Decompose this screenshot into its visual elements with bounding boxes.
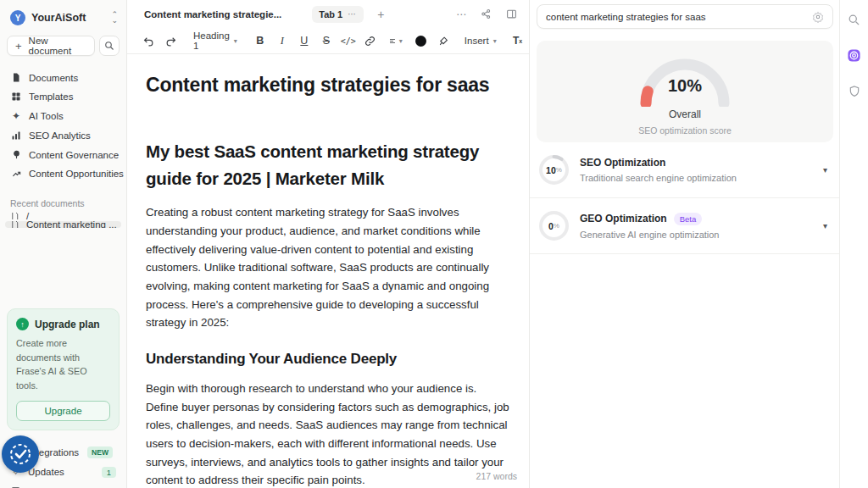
bold-button[interactable]: B (251, 31, 270, 50)
left-sidebar: Y YourAiSoft ⌃⌄ + New document Documents… (0, 0, 127, 488)
geo-optimization-row[interactable]: 0% GEO Optimization Beta Generative AI e… (530, 198, 839, 254)
link-button[interactable] (361, 31, 380, 50)
add-tab-button[interactable]: + (377, 8, 384, 21)
strikethrough-button[interactable]: S (317, 31, 336, 50)
formatting-toolbar: Heading 1▾ B I U S </> ▾ Insert▾ Tx (127, 28, 529, 54)
updates-count-badge: 1 (102, 467, 116, 478)
query-input-wrap (537, 4, 833, 29)
rail-search-icon[interactable] (847, 12, 862, 27)
new-document-label: New document (29, 36, 86, 56)
sidebar-item-help-support[interactable]: Help & Support (5, 482, 121, 488)
optimization-panel: 10% Overall SEO optimization score 10% S… (530, 0, 839, 488)
recent-doc-item-active[interactable]: Content marketing ... (5, 221, 121, 228)
share-icon[interactable] (481, 8, 492, 19)
gauge-value: 10% (634, 76, 736, 96)
document-canvas[interactable]: Content marketing strategies for saas My… (127, 54, 529, 488)
insert-menu[interactable]: Insert▾ (459, 36, 502, 46)
tab-1[interactable]: Tab 1 ⋯ (312, 6, 364, 23)
sidebar-nav: Documents Templates ✦ AI Tools SEO Analy… (0, 64, 126, 186)
query-settings-gear-icon[interactable] (812, 11, 824, 23)
align-button[interactable]: ▾ (387, 31, 405, 50)
highlight-button[interactable] (434, 31, 453, 50)
upgrade-plan-card: ↑ Upgrade plan Create more documents wit… (7, 308, 120, 430)
upgrade-button[interactable]: Upgrade (16, 401, 110, 421)
document-icon (10, 72, 22, 83)
editor-column: Content marketing strategie... Tab 1 ⋯ +… (127, 0, 530, 488)
search-icon (104, 41, 114, 51)
workspace-chevron-icon[interactable]: ⌃⌄ (111, 12, 118, 24)
document-paragraph-1[interactable]: Creating a robust content marketing stra… (146, 203, 510, 332)
panel-toggle-icon[interactable] (506, 8, 517, 19)
beta-badge: Beta (674, 213, 703, 225)
sidebar-item-documents[interactable]: Documents (5, 68, 121, 87)
doc-title: Content marketing strategie... (144, 9, 281, 19)
upgrade-arrow-icon: ↑ (16, 318, 29, 330)
new-badge: NEW (87, 446, 113, 458)
geo-score-ring: 0% (538, 210, 570, 241)
recent-doc-item[interactable]: / (5, 213, 121, 219)
gauge-sublabel: SEO optimization score (638, 125, 732, 136)
workspace-switcher[interactable]: Y YourAiSoft ⌃⌄ (0, 0, 126, 32)
gauge-label: Overall (669, 108, 701, 120)
new-document-button[interactable]: + New document (7, 36, 95, 56)
underline-button[interactable]: U (295, 31, 314, 50)
chevron-down-icon[interactable]: ▾ (823, 165, 829, 175)
upgrade-body: Create more documents with Frase's AI & … (16, 336, 110, 393)
chevron-down-icon[interactable]: ▾ (823, 221, 829, 230)
doc-header: Content marketing strategie... Tab 1 ⋯ +… (127, 0, 529, 28)
heading-select[interactable]: Heading 1▾ (188, 30, 242, 51)
sparkle-icon: ✦ (10, 110, 22, 122)
document-h3[interactable]: Understanding Your Audience Deeply (146, 351, 510, 368)
recent-documents-label: Recent documents (0, 186, 126, 212)
document-title-h1[interactable]: Content marketing strategies for saas (146, 73, 510, 97)
more-options-icon[interactable]: ⋯ (456, 8, 466, 20)
sidebar-item-templates[interactable]: Templates (5, 87, 121, 106)
clear-format-button[interactable]: Tx (509, 31, 527, 50)
file-icon (10, 221, 19, 228)
seo-score-card: 10% Overall SEO optimization score (537, 41, 833, 142)
undo-button[interactable] (139, 31, 158, 50)
seo-score-gauge: 10% (634, 51, 736, 107)
tab-menu-icon[interactable]: ⋯ (348, 9, 357, 19)
lightbulb-icon (10, 149, 22, 160)
word-count: 217 words (476, 471, 517, 481)
grid-icon (10, 92, 22, 102)
search-documents-button[interactable] (99, 36, 120, 56)
workspace-name: YourAiSoft (31, 12, 105, 24)
right-icon-rail (839, 0, 868, 488)
rail-optimize-target-icon[interactable] (847, 47, 862, 63)
seo-optimization-title: SEO Optimization (580, 157, 665, 169)
seo-optimization-subtitle: Traditional search engine optimization (580, 173, 813, 183)
redo-button[interactable] (161, 31, 180, 50)
assistant-floating-badge[interactable] (2, 435, 39, 473)
bar-chart-icon (10, 130, 22, 141)
italic-button[interactable]: I (273, 31, 292, 50)
rail-shield-icon[interactable] (847, 83, 862, 98)
plus-icon: + (15, 40, 22, 53)
sidebar-item-seo-analytics[interactable]: SEO Analytics (5, 126, 121, 145)
text-color-button[interactable] (412, 31, 431, 50)
seo-score-ring: 10% (538, 154, 570, 186)
sidebar-item-content-opportunities[interactable]: Content Opportunities (5, 164, 121, 183)
sidebar-item-ai-tools[interactable]: ✦ AI Tools (5, 106, 121, 126)
color-swatch-icon (415, 36, 426, 47)
trending-up-icon (10, 169, 22, 179)
file-icon (10, 213, 19, 219)
code-button[interactable]: </> (339, 31, 358, 50)
upgrade-title: Upgrade plan (35, 319, 100, 330)
seo-optimization-row[interactable]: 10% SEO Optimization Traditional search … (530, 142, 839, 198)
document-paragraph-2[interactable]: Begin with thorough research to understa… (146, 380, 510, 488)
sidebar-item-content-governance[interactable]: Content Governance (5, 145, 121, 164)
geo-optimization-subtitle: Generative AI engine optimization (580, 230, 813, 240)
workspace-avatar: Y (10, 10, 25, 25)
document-h2[interactable]: My best SaaS content marketing strategy … (146, 138, 510, 192)
geo-optimization-title: GEO Optimization (580, 213, 667, 225)
search-query-input[interactable] (546, 12, 805, 22)
